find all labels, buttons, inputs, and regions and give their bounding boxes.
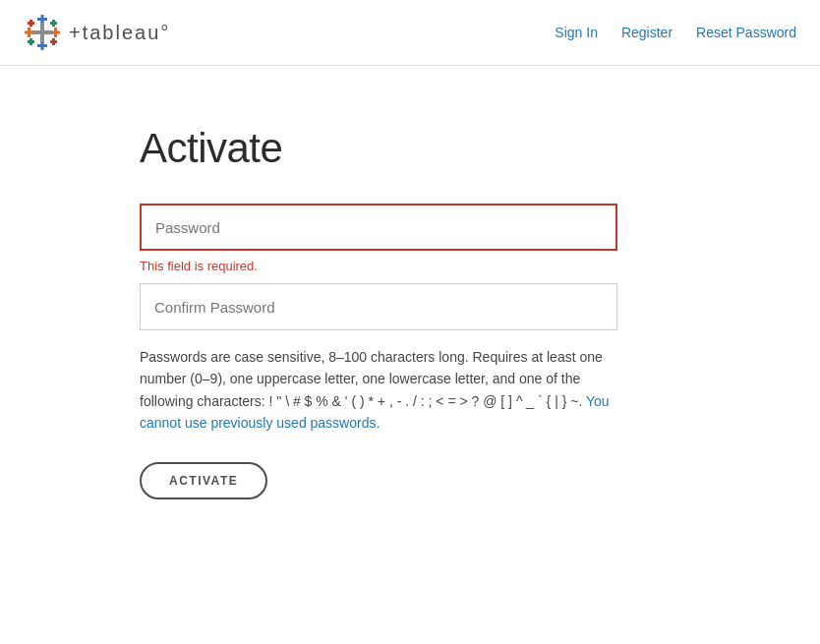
logo-area: +tableau°	[24, 14, 170, 51]
svg-rect-5	[37, 44, 47, 47]
sign-in-link[interactable]: Sign In	[555, 25, 598, 40]
svg-rect-11	[28, 22, 34, 25]
register-link[interactable]: Register	[621, 25, 673, 40]
page-title: Activate	[140, 125, 688, 172]
svg-rect-7	[28, 28, 30, 37]
activate-button[interactable]: ACTIVATE	[140, 462, 267, 499]
tableau-logo-icon	[24, 14, 61, 51]
header: +tableau° Sign In Register Reset Passwor…	[0, 0, 820, 66]
password-input[interactable]	[140, 204, 617, 251]
confirm-password-form-group	[140, 283, 688, 330]
svg-rect-3	[37, 18, 47, 21]
password-error-message: This field is required.	[140, 259, 688, 273]
confirm-password-input[interactable]	[140, 283, 617, 330]
svg-rect-9	[54, 28, 57, 37]
svg-rect-1	[31, 30, 53, 34]
svg-rect-17	[50, 40, 57, 43]
svg-rect-15	[28, 40, 34, 43]
password-hint: Passwords are case sensitive, 8–100 char…	[140, 346, 617, 435]
password-form-group	[140, 204, 688, 251]
svg-rect-13	[50, 22, 57, 25]
logo-text: +tableau°	[69, 22, 170, 44]
password-hint-text: Passwords are case sensitive, 8–100 char…	[140, 349, 603, 409]
nav-links: Sign In Register Reset Password	[555, 25, 796, 40]
reset-password-link[interactable]: Reset Password	[696, 25, 796, 40]
main-content: Activate This field is required. Passwor…	[0, 66, 688, 539]
